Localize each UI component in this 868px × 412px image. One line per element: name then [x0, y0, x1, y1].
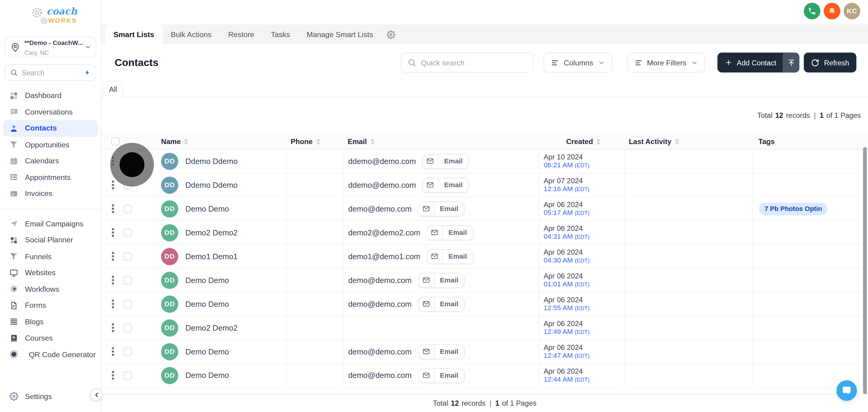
contact-name[interactable]: Demo1 Demo1 — [185, 252, 238, 261]
more-filters-button[interactable]: More Filters — [627, 53, 705, 72]
send-email-button[interactable]: Email — [418, 296, 464, 312]
send-email-button[interactable]: Email — [418, 368, 464, 383]
refresh-button[interactable]: Refresh — [804, 53, 857, 72]
vertical-scrollbar[interactable] — [863, 147, 867, 394]
send-email-button[interactable]: Email — [418, 344, 464, 359]
location-switcher[interactable]: **Demo - CoachW... Cary, NC — [4, 36, 96, 58]
sidebar-item-workflows[interactable]: Workflows — [3, 281, 98, 297]
tab-bulk-actions[interactable]: Bulk Actions — [162, 24, 220, 44]
row-checkbox[interactable] — [124, 204, 132, 213]
sidebar-item-opportunities[interactable]: Opportunities — [3, 136, 98, 153]
row-menu-button[interactable] — [111, 228, 115, 236]
contact-name[interactable]: Demo Demo — [185, 204, 229, 213]
sidebar-search[interactable] — [4, 64, 96, 81]
contact-name[interactable]: Demo Demo — [185, 371, 229, 380]
sidebar: coach WORKS **Demo - CoachW... Cary, NC — [0, 0, 101, 412]
column-header-tags[interactable]: Tags — [758, 137, 775, 146]
sidebar-item-contacts[interactable]: Contacts — [3, 120, 98, 136]
sort-icon[interactable] — [316, 138, 320, 145]
contact-name[interactable]: Demo2 Demo2 — [185, 228, 238, 237]
sidebar-item-social-planner[interactable]: Social Planner — [3, 232, 98, 248]
import-contacts-button[interactable] — [783, 53, 800, 72]
sidebar-item-calendars[interactable]: Calendars — [3, 153, 98, 169]
sort-icon[interactable] — [370, 138, 375, 145]
tab-smart-lists[interactable]: Smart Lists — [105, 24, 162, 44]
sort-icon[interactable] — [675, 138, 679, 145]
add-contact-label: Add Contact — [737, 59, 776, 67]
sidebar-item-blogs[interactable]: Blogs — [3, 314, 98, 330]
sidebar-item-label: QR Code Generator — [29, 350, 96, 359]
column-header-last-activity[interactable]: Last Activity — [629, 137, 672, 146]
location-city: Cary, NC — [24, 49, 49, 56]
sidebar-search-input[interactable] — [22, 68, 81, 77]
contact-name[interactable]: Ddemo Ddemo — [185, 181, 238, 189]
bell-icon — [828, 7, 836, 15]
tab-manage-smart-lists[interactable]: Manage Smart Lists — [299, 24, 381, 44]
quick-search-input[interactable] — [421, 59, 527, 67]
tab-tasks[interactable]: Tasks — [262, 24, 298, 44]
row-checkbox[interactable] — [124, 300, 132, 308]
quick-search[interactable] — [401, 53, 534, 72]
column-header-phone[interactable]: Phone — [290, 137, 313, 146]
select-all-checkbox[interactable] — [111, 137, 120, 146]
sidebar-item-settings[interactable]: Settings — [0, 388, 101, 405]
tab-restore[interactable]: Restore — [220, 24, 262, 44]
row-checkbox[interactable] — [124, 371, 132, 380]
sidebar-item-email-campaigns[interactable]: Email Campaigns — [3, 216, 98, 232]
sidebar-item-invoices[interactable]: Invoices — [3, 185, 98, 202]
send-email-button[interactable]: Email — [422, 154, 469, 169]
sidebar-item-conversations[interactable]: Conversations — [3, 104, 98, 120]
sidebar-item-funnels[interactable]: Funnels — [3, 248, 98, 265]
sidebar-collapse-button[interactable] — [90, 388, 102, 401]
tab-all[interactable]: All — [103, 81, 123, 97]
contact-name[interactable]: Demo Demo — [185, 276, 229, 285]
row-checkbox[interactable] — [124, 228, 132, 237]
tab-settings-button[interactable] — [381, 24, 401, 44]
send-email-button[interactable]: Email — [422, 178, 469, 193]
row-menu-button[interactable] — [111, 299, 115, 308]
send-email-button[interactable]: Email — [427, 249, 473, 264]
sidebar-item-appointments[interactable]: Appointments — [3, 169, 98, 185]
user-avatar[interactable]: KC — [844, 3, 860, 19]
tag-pill[interactable]: 7 Pb Photos Optin — [759, 202, 828, 215]
contact-name[interactable]: Ddemo Ddemo — [185, 157, 238, 165]
send-email-button[interactable]: Email — [418, 273, 464, 288]
row-menu-button[interactable] — [111, 181, 115, 189]
sort-icon[interactable] — [184, 138, 189, 145]
phone-status-button[interactable] — [804, 3, 820, 19]
contact-name[interactable]: Demo Demo — [185, 347, 229, 356]
chat-widget-button[interactable] — [836, 380, 857, 401]
sidebar-item-courses[interactable]: Courses — [3, 330, 98, 346]
column-header-email[interactable]: Email — [347, 137, 367, 146]
quick-actions-bolt-icon[interactable] — [84, 69, 91, 76]
send-email-button[interactable]: Email — [418, 201, 464, 216]
row-checkbox[interactable] — [124, 276, 132, 285]
row-checkbox[interactable] — [124, 324, 132, 332]
column-header-created[interactable]: Created — [566, 137, 593, 146]
row-menu-button[interactable] — [111, 276, 115, 284]
contact-name[interactable]: Demo Demo — [185, 299, 229, 308]
notifications-bell-button[interactable] — [824, 3, 840, 19]
row-menu-button[interactable] — [111, 323, 115, 332]
sidebar-item-forms[interactable]: Forms — [3, 297, 98, 313]
location-name: **Demo - CoachW... — [24, 39, 83, 46]
sidebar-item-dashboard[interactable]: Dashboard — [3, 87, 98, 104]
email-icon — [423, 178, 438, 192]
sort-icon[interactable] — [596, 138, 601, 145]
calendars-icon — [9, 156, 19, 166]
add-contact-button[interactable]: Add Contact — [717, 53, 783, 72]
row-menu-button[interactable] — [111, 252, 115, 260]
row-checkbox[interactable] — [124, 348, 132, 356]
row-checkbox[interactable] — [124, 252, 132, 261]
created-time: 12:44 AM — [544, 375, 573, 383]
column-header-name[interactable]: Name — [161, 137, 181, 146]
columns-button[interactable]: Columns — [544, 53, 612, 72]
sidebar-item-websites[interactable]: Websites — [3, 265, 98, 281]
sidebar-item-qr-code-generator[interactable]: QR Code Generator — [3, 346, 98, 362]
contact-name[interactable]: Demo2 Demo2 — [185, 323, 238, 332]
row-menu-button[interactable] — [111, 204, 115, 213]
send-email-button[interactable]: Email — [427, 225, 473, 240]
row-menu-button[interactable] — [111, 347, 115, 356]
chevron-down-icon — [84, 43, 92, 51]
row-menu-button[interactable] — [111, 371, 115, 379]
